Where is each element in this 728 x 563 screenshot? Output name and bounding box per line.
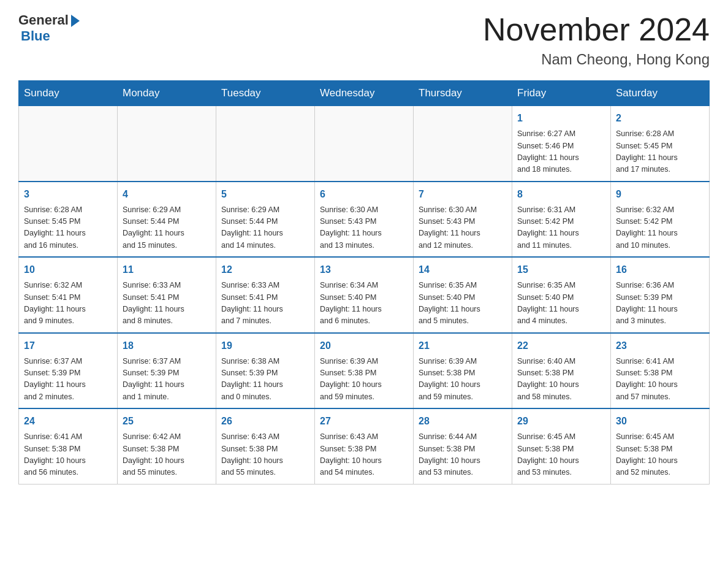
calendar-cell: 7Sunrise: 6:30 AMSunset: 5:43 PMDaylight…: [414, 182, 512, 258]
calendar-cell: [315, 106, 414, 182]
day-info: Sunrise: 6:38 AMSunset: 5:39 PMDaylight:…: [221, 356, 309, 404]
day-number: 1: [517, 111, 605, 126]
calendar-cell: 1Sunrise: 6:27 AMSunset: 5:46 PMDaylight…: [512, 106, 611, 182]
calendar-cell: 27Sunrise: 6:43 AMSunset: 5:38 PMDayligh…: [315, 408, 414, 484]
day-number: 10: [24, 262, 112, 277]
calendar-week-row: 3Sunrise: 6:28 AMSunset: 5:45 PMDaylight…: [19, 182, 710, 258]
weekday-header-thursday: Thursday: [414, 81, 512, 106]
logo: General Blue: [18, 12, 80, 44]
day-number: 18: [123, 339, 211, 353]
calendar-cell: 4Sunrise: 6:29 AMSunset: 5:44 PMDaylight…: [118, 182, 216, 258]
day-info: Sunrise: 6:45 AMSunset: 5:38 PMDaylight:…: [517, 431, 605, 479]
weekday-header-saturday: Saturday: [611, 81, 710, 106]
day-info: Sunrise: 6:37 AMSunset: 5:39 PMDaylight:…: [123, 356, 211, 404]
calendar-cell: 30Sunrise: 6:45 AMSunset: 5:38 PMDayligh…: [611, 408, 710, 484]
day-number: 2: [616, 111, 704, 126]
day-info: Sunrise: 6:30 AMSunset: 5:43 PMDaylight:…: [320, 204, 408, 252]
calendar-cell: 29Sunrise: 6:45 AMSunset: 5:38 PMDayligh…: [512, 408, 611, 484]
calendar-cell: [118, 106, 216, 182]
calendar-cell: 17Sunrise: 6:37 AMSunset: 5:39 PMDayligh…: [19, 333, 118, 409]
day-info: Sunrise: 6:32 AMSunset: 5:42 PMDaylight:…: [616, 204, 704, 252]
calendar-cell: 8Sunrise: 6:31 AMSunset: 5:42 PMDaylight…: [512, 182, 611, 258]
calendar-cell: 12Sunrise: 6:33 AMSunset: 5:41 PMDayligh…: [216, 257, 315, 333]
month-year-title: November 2024: [483, 12, 710, 47]
day-number: 3: [24, 187, 112, 202]
logo-general-text: General: [18, 12, 69, 28]
day-info: Sunrise: 6:34 AMSunset: 5:40 PMDaylight:…: [320, 280, 408, 327]
day-number: 25: [123, 414, 211, 429]
day-number: 28: [419, 414, 507, 429]
day-number: 7: [419, 187, 507, 202]
calendar-cell: 10Sunrise: 6:32 AMSunset: 5:41 PMDayligh…: [19, 257, 118, 333]
weekday-header-sunday: Sunday: [19, 81, 118, 106]
calendar-cell: 9Sunrise: 6:32 AMSunset: 5:42 PMDaylight…: [611, 182, 710, 258]
calendar-cell: 23Sunrise: 6:41 AMSunset: 5:38 PMDayligh…: [611, 333, 710, 409]
weekday-header-tuesday: Tuesday: [216, 81, 315, 106]
day-info: Sunrise: 6:35 AMSunset: 5:40 PMDaylight:…: [419, 280, 507, 327]
day-number: 12: [221, 262, 309, 277]
calendar-cell: 15Sunrise: 6:35 AMSunset: 5:40 PMDayligh…: [512, 257, 611, 333]
logo-arrow-icon: [71, 15, 80, 27]
day-number: 27: [320, 414, 408, 429]
day-number: 26: [221, 414, 309, 429]
day-info: Sunrise: 6:39 AMSunset: 5:38 PMDaylight:…: [419, 356, 507, 404]
calendar-cell: 14Sunrise: 6:35 AMSunset: 5:40 PMDayligh…: [414, 257, 512, 333]
day-number: 15: [517, 262, 605, 277]
day-info: Sunrise: 6:40 AMSunset: 5:38 PMDaylight:…: [517, 356, 605, 404]
day-number: 22: [517, 339, 605, 353]
calendar-cell: 21Sunrise: 6:39 AMSunset: 5:38 PMDayligh…: [414, 333, 512, 409]
weekday-header-friday: Friday: [512, 81, 611, 106]
logo-blue-text: Blue: [21, 28, 50, 44]
calendar-week-row: 17Sunrise: 6:37 AMSunset: 5:39 PMDayligh…: [19, 333, 710, 409]
calendar-cell: 22Sunrise: 6:40 AMSunset: 5:38 PMDayligh…: [512, 333, 611, 409]
calendar-cell: 6Sunrise: 6:30 AMSunset: 5:43 PMDaylight…: [315, 182, 414, 258]
day-number: 20: [320, 339, 408, 353]
day-info: Sunrise: 6:31 AMSunset: 5:42 PMDaylight:…: [517, 204, 605, 252]
page-header: General Blue November 2024 Nam Cheong, H…: [18, 12, 710, 68]
day-info: Sunrise: 6:43 AMSunset: 5:38 PMDaylight:…: [320, 431, 408, 479]
day-number: 11: [123, 262, 211, 277]
day-info: Sunrise: 6:39 AMSunset: 5:38 PMDaylight:…: [320, 356, 408, 404]
weekday-header-wednesday: Wednesday: [315, 81, 414, 106]
day-info: Sunrise: 6:28 AMSunset: 5:45 PMDaylight:…: [24, 204, 112, 252]
day-number: 4: [123, 187, 211, 202]
day-info: Sunrise: 6:30 AMSunset: 5:43 PMDaylight:…: [419, 204, 507, 252]
day-number: 19: [221, 339, 309, 353]
calendar-header-row: SundayMondayTuesdayWednesdayThursdayFrid…: [19, 81, 710, 106]
calendar-cell: 2Sunrise: 6:28 AMSunset: 5:45 PMDaylight…: [611, 106, 710, 182]
calendar-cell: 19Sunrise: 6:38 AMSunset: 5:39 PMDayligh…: [216, 333, 315, 409]
calendar-cell: 28Sunrise: 6:44 AMSunset: 5:38 PMDayligh…: [414, 408, 512, 484]
day-info: Sunrise: 6:29 AMSunset: 5:44 PMDaylight:…: [221, 204, 309, 252]
day-info: Sunrise: 6:27 AMSunset: 5:46 PMDaylight:…: [517, 128, 605, 176]
day-info: Sunrise: 6:33 AMSunset: 5:41 PMDaylight:…: [221, 280, 309, 327]
calendar-cell: 25Sunrise: 6:42 AMSunset: 5:38 PMDayligh…: [118, 408, 216, 484]
day-number: 13: [320, 262, 408, 277]
calendar-table: SundayMondayTuesdayWednesdayThursdayFrid…: [18, 80, 710, 484]
day-number: 6: [320, 187, 408, 202]
day-info: Sunrise: 6:33 AMSunset: 5:41 PMDaylight:…: [123, 280, 211, 327]
day-info: Sunrise: 6:35 AMSunset: 5:40 PMDaylight:…: [517, 280, 605, 327]
calendar-cell: 11Sunrise: 6:33 AMSunset: 5:41 PMDayligh…: [118, 257, 216, 333]
day-number: 17: [24, 339, 112, 353]
calendar-cell: [19, 106, 118, 182]
calendar-week-row: 10Sunrise: 6:32 AMSunset: 5:41 PMDayligh…: [19, 257, 710, 333]
day-info: Sunrise: 6:28 AMSunset: 5:45 PMDaylight:…: [616, 128, 704, 176]
weekday-header-monday: Monday: [118, 81, 216, 106]
calendar-cell: 5Sunrise: 6:29 AMSunset: 5:44 PMDaylight…: [216, 182, 315, 258]
location-subtitle: Nam Cheong, Hong Kong: [483, 51, 710, 68]
calendar-cell: 26Sunrise: 6:43 AMSunset: 5:38 PMDayligh…: [216, 408, 315, 484]
day-number: 24: [24, 414, 112, 429]
day-number: 21: [419, 339, 507, 353]
calendar-cell: 3Sunrise: 6:28 AMSunset: 5:45 PMDaylight…: [19, 182, 118, 258]
day-number: 14: [419, 262, 507, 277]
day-number: 29: [517, 414, 605, 429]
day-info: Sunrise: 6:32 AMSunset: 5:41 PMDaylight:…: [24, 280, 112, 327]
calendar-cell: 20Sunrise: 6:39 AMSunset: 5:38 PMDayligh…: [315, 333, 414, 409]
calendar-cell: 16Sunrise: 6:36 AMSunset: 5:39 PMDayligh…: [611, 257, 710, 333]
calendar-week-row: 1Sunrise: 6:27 AMSunset: 5:46 PMDaylight…: [19, 106, 710, 182]
day-info: Sunrise: 6:45 AMSunset: 5:38 PMDaylight:…: [616, 431, 704, 479]
day-info: Sunrise: 6:36 AMSunset: 5:39 PMDaylight:…: [616, 280, 704, 327]
day-number: 9: [616, 187, 704, 202]
day-number: 30: [616, 414, 704, 429]
day-info: Sunrise: 6:37 AMSunset: 5:39 PMDaylight:…: [24, 356, 112, 404]
